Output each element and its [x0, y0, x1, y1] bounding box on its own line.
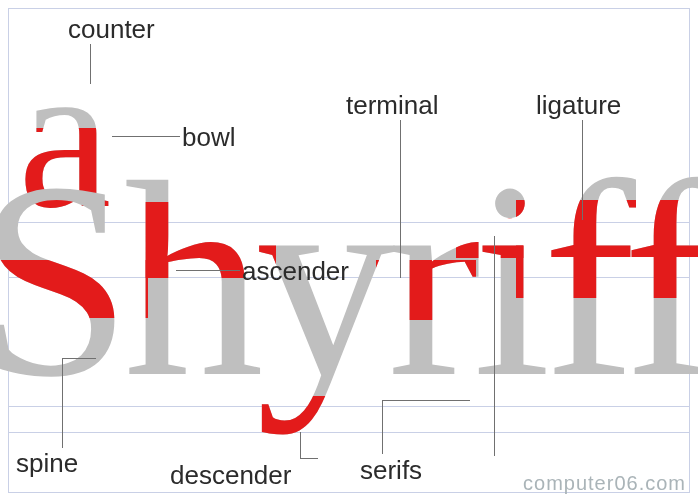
leader-bowl — [112, 136, 180, 137]
watermark: computer06.com — [523, 472, 686, 495]
label-counter: counter — [68, 14, 155, 45]
label-terminal: terminal — [346, 90, 438, 121]
leader-counter — [90, 44, 91, 84]
label-spine: spine — [16, 448, 78, 479]
red-terminal: Shyriff — [376, 260, 476, 320]
leader-ascender — [176, 270, 240, 271]
label-ascender: ascender — [242, 256, 349, 287]
label-serifs: serifs — [360, 455, 422, 486]
label-descender: descender — [170, 460, 291, 491]
leader-ligature — [582, 120, 583, 220]
typography-anatomy-diagram: a a Shyriff Shyriff Shyriff Shyriff Shyr… — [0, 0, 698, 501]
leader-spine-h — [62, 358, 96, 359]
label-ligature: ligature — [536, 90, 621, 121]
leader-descender-h — [300, 458, 318, 459]
red-descender: Shyriff — [244, 396, 394, 420]
label-bowl: bowl — [182, 122, 235, 153]
red-ligature: Shyriff — [516, 200, 698, 298]
leader-serifs-v — [382, 400, 383, 454]
leader-tittle — [494, 236, 495, 456]
glyph-word: Shyriff Shyriff Shyriff Shyriff Shyriff … — [0, 140, 698, 420]
red-serifs: Shyriff — [456, 385, 526, 413]
leader-terminal — [400, 120, 401, 278]
leader-serifs-h — [382, 400, 470, 401]
leader-descender-v — [300, 432, 301, 458]
leader-spine-v — [62, 358, 63, 448]
